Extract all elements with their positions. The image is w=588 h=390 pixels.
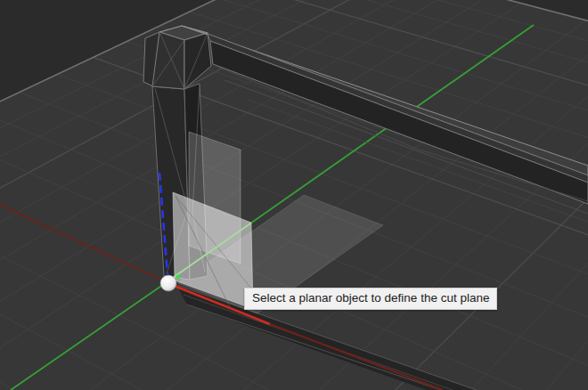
snap-point-dot-icon <box>176 275 181 280</box>
origin-handle-sphere-icon[interactable] <box>160 275 176 291</box>
scene-canvas[interactable] <box>0 0 588 390</box>
cut-plane-tooltip: Select a planar object to define the cut… <box>244 288 497 310</box>
viewport-3d[interactable]: Select a planar object to define the cut… <box>0 0 588 390</box>
